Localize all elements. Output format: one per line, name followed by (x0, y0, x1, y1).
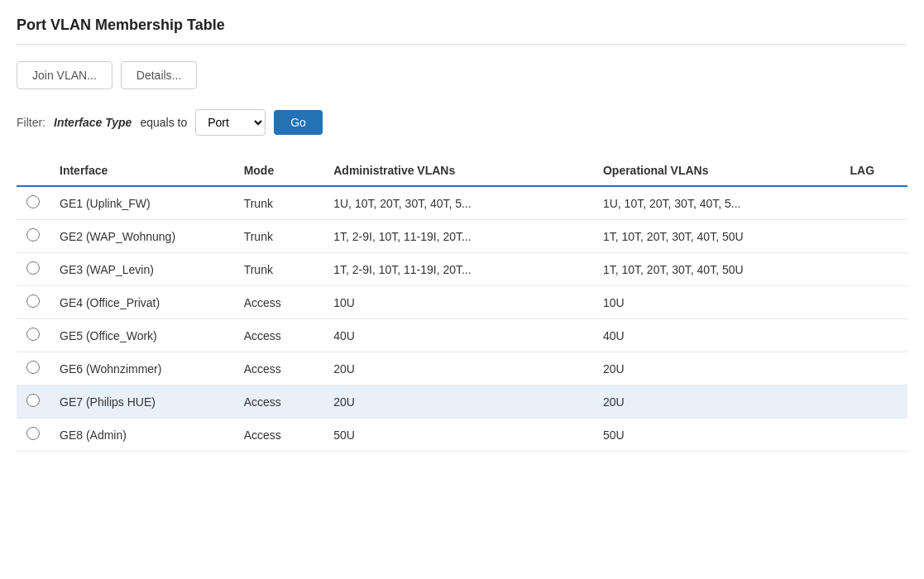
row-radio-input[interactable] (26, 394, 40, 407)
row-radio-input[interactable] (26, 195, 40, 208)
row-radio-cell[interactable] (17, 220, 50, 253)
row-lag (840, 286, 907, 319)
row-lag (840, 319, 907, 352)
row-admin-vlans: 1T, 2-9I, 10T, 11-19I, 20T... (323, 220, 593, 253)
row-mode: Trunk (234, 253, 324, 286)
row-op-vlans: 1T, 10T, 20T, 30T, 40T, 50U (593, 220, 840, 253)
row-admin-vlans: 50U (323, 419, 593, 452)
row-mode: Trunk (234, 186, 324, 220)
col-select (17, 156, 50, 186)
row-lag (840, 220, 907, 253)
row-mode: Access (234, 352, 324, 385)
filter-type-select[interactable]: Port LAG All (195, 109, 266, 136)
table-header-row: Interface Mode Administrative VLANs Oper… (17, 156, 907, 186)
col-lag-header: LAG (840, 156, 907, 186)
row-radio-input[interactable] (26, 427, 40, 440)
filter-field-name: Interface Type (54, 116, 132, 129)
row-lag (840, 253, 907, 286)
row-radio-cell[interactable] (17, 186, 50, 220)
filter-operator: equals to (140, 116, 187, 129)
table-row: GE8 (Admin) Access 50U 50U (17, 419, 907, 452)
row-admin-vlans: 10U (323, 286, 593, 319)
table-row: GE1 (Uplink_FW) Trunk 1U, 10T, 20T, 30T,… (17, 186, 907, 220)
row-op-vlans: 20U (593, 352, 840, 385)
row-admin-vlans: 1U, 10T, 20T, 30T, 40T, 5... (323, 186, 593, 220)
filter-label: Filter: (17, 116, 45, 129)
row-lag (840, 352, 907, 385)
vlan-membership-table: Interface Mode Administrative VLANs Oper… (17, 156, 907, 452)
row-lag (840, 419, 907, 452)
row-interface: GE5 (Office_Work) (50, 319, 234, 352)
row-radio-input[interactable] (26, 328, 40, 341)
table-row: GE7 (Philips HUE) Access 20U 20U (17, 385, 907, 419)
row-op-vlans: 40U (593, 319, 840, 352)
table-row: GE5 (Office_Work) Access 40U 40U (17, 319, 907, 352)
row-radio-cell[interactable] (17, 253, 50, 286)
row-mode: Access (234, 319, 324, 352)
row-admin-vlans: 20U (323, 352, 593, 385)
join-vlan-button[interactable]: Join VLAN... (17, 61, 113, 89)
row-admin-vlans: 1T, 2-9I, 10T, 11-19I, 20T... (323, 253, 593, 286)
filter-row: Filter: Interface Type equals to Port LA… (17, 109, 907, 136)
row-interface: GE3 (WAP_Levin) (50, 253, 234, 286)
row-mode: Access (234, 286, 324, 319)
table-row: GE4 (Office_Privat) Access 10U 10U (17, 286, 907, 319)
row-radio-input[interactable] (26, 228, 40, 242)
row-op-vlans: 50U (593, 419, 840, 452)
row-lag (840, 385, 907, 419)
row-radio-cell[interactable] (17, 419, 50, 452)
toolbar: Join VLAN... Details... (17, 61, 907, 89)
col-interface-header: Interface (50, 156, 234, 186)
row-op-vlans: 10U (593, 286, 840, 319)
col-mode-header: Mode (234, 156, 324, 186)
row-radio-cell[interactable] (17, 385, 50, 419)
row-interface: GE1 (Uplink_FW) (50, 186, 234, 220)
table-row: GE6 (Wohnzimmer) Access 20U 20U (17, 352, 907, 385)
row-mode: Trunk (234, 220, 324, 253)
row-lag (840, 186, 907, 220)
table-row: GE3 (WAP_Levin) Trunk 1T, 2-9I, 10T, 11-… (17, 253, 907, 286)
row-admin-vlans: 20U (323, 385, 593, 419)
page-title: Port VLAN Membership Table (17, 17, 907, 45)
row-radio-cell[interactable] (17, 319, 50, 352)
row-interface: GE6 (Wohnzimmer) (50, 352, 234, 385)
row-interface: GE4 (Office_Privat) (50, 286, 234, 319)
details-button[interactable]: Details... (121, 61, 197, 89)
table-row: GE2 (WAP_Wohnung) Trunk 1T, 2-9I, 10T, 1… (17, 220, 907, 253)
filter-go-button[interactable]: Go (274, 110, 323, 135)
row-mode: Access (234, 385, 324, 419)
row-radio-cell[interactable] (17, 352, 50, 385)
col-admin-vlans-header: Administrative VLANs (323, 156, 593, 186)
row-interface: GE8 (Admin) (50, 419, 234, 452)
row-radio-input[interactable] (26, 361, 40, 374)
row-op-vlans: 1T, 10T, 20T, 30T, 40T, 50U (593, 253, 840, 286)
row-radio-cell[interactable] (17, 286, 50, 319)
row-admin-vlans: 40U (323, 319, 593, 352)
col-op-vlans-header: Operational VLANs (593, 156, 840, 186)
row-interface: GE7 (Philips HUE) (50, 385, 234, 419)
row-radio-input[interactable] (26, 294, 40, 308)
row-op-vlans: 20U (593, 385, 840, 419)
row-mode: Access (234, 419, 324, 452)
row-op-vlans: 1U, 10T, 20T, 30T, 40T, 5... (593, 186, 840, 220)
row-radio-input[interactable] (26, 261, 40, 275)
row-interface: GE2 (WAP_Wohnung) (50, 220, 234, 253)
